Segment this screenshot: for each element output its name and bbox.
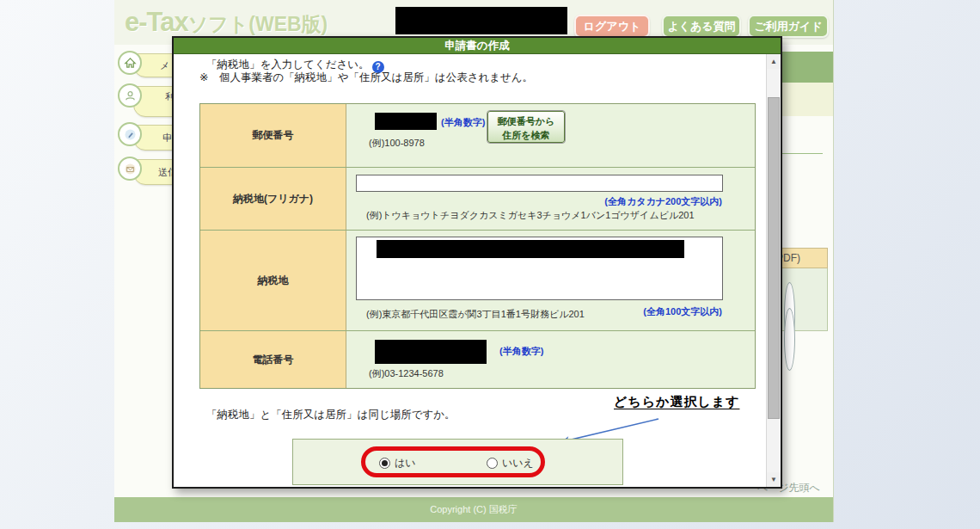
radio-button[interactable] (784, 308, 795, 371)
etax-logo-sub: ソフト(WEB版) (188, 13, 328, 35)
postal-code-cell: (半角数字) 郵便番号から住所を検索 (例)100-8978 (346, 104, 755, 167)
guide-button[interactable]: ご利用ガイド (748, 15, 829, 38)
redacted-tax-address (377, 240, 684, 258)
radio-yes[interactable]: はい (379, 456, 416, 471)
postal-code-row: 郵便番号 (半角数字) 郵便番号から住所を検索 (例)100-8978 (200, 104, 755, 168)
radio-yes-circle[interactable] (379, 458, 390, 469)
furigana-row: 納税地(フリガナ) (全角カタカナ200文字以内) (例)トウキョウトチヨダクカ… (200, 168, 755, 231)
redacted-postal-code (375, 113, 437, 130)
radio-no[interactable]: いいえ (487, 456, 534, 471)
user-icon (118, 83, 142, 108)
mail-icon (118, 157, 142, 181)
applicant-creation-dialog: 申請書の作成 「納税地」を入力してください。? ※ 個人事業者の「納税地」や「住… (172, 36, 782, 489)
phone-label: 電話番号 (200, 331, 346, 388)
tax-address-label: 納税地 (200, 231, 346, 330)
footer-copyright: Copyright (C) 国税庁 (114, 497, 833, 522)
furigana-format-hint: (全角カタカナ200文字以内) (604, 195, 722, 208)
redacted-username (395, 7, 567, 34)
postal-example: (例)100-8978 (369, 137, 425, 150)
postal-code-label: 郵便番号 (200, 104, 346, 167)
radio-no-label: いいえ (502, 456, 534, 471)
tax-address-row: 納税地 (全角100文字以内) (例)東京都千代田区霞が関3丁目1番1号財務ビル… (200, 231, 755, 331)
pencil-icon (118, 122, 142, 146)
home-icon (118, 51, 142, 75)
furigana-example: (例)トウキョウトチヨダクカスミガセキ3チョウメ1バン1ゴウザイムビル201 (366, 209, 695, 222)
logout-button[interactable]: ログアウト (574, 15, 650, 38)
furigana-input[interactable] (356, 175, 723, 192)
scroll-up-arrow-icon[interactable]: ▲ (767, 54, 781, 69)
faq-button[interactable]: よくある質問 (662, 15, 741, 38)
phone-example: (例)03-1234-5678 (369, 367, 444, 380)
tax-address-cell: (全角100文字以内) (例)東京都千代田区霞が関3丁目1番1号財務ビル201 (346, 231, 755, 330)
modal-scrollbar[interactable]: ▲ ▼ (766, 54, 781, 487)
zip-to-address-search-button[interactable]: 郵便番号から住所を検索 (487, 111, 565, 143)
same-place-question: 「納税地」と「住所又は居所」は同じ場所ですか。 (206, 408, 456, 422)
scrollbar-thumb[interactable] (768, 97, 780, 419)
address-example: (例)東京都千代田区霞が関3丁目1番1号財務ビル201 (366, 308, 585, 321)
redacted-phone-number (375, 340, 487, 364)
scroll-down-arrow-icon[interactable]: ▼ (767, 472, 781, 487)
etax-page: e-Taxソフト(WEB版) ログアウト よくある質問 ご利用ガイド メ 利用者… (0, 0, 980, 529)
address-format-hint: (全角100文字以内) (643, 305, 722, 318)
postal-format-hint: (半角数字) (441, 116, 485, 129)
etax-logo-main: e-Tax (125, 7, 188, 37)
dialog-title: 申請書の作成 (174, 38, 781, 54)
tax-address-form-table: 郵便番号 (半角数字) 郵便番号から住所を検索 (例)100-8978 納税地(… (199, 103, 756, 389)
phone-row: 電話番号 (半角数字) (例)03-1234-5678 (200, 331, 755, 388)
phone-cell: (半角数字) (例)03-1234-5678 (346, 331, 755, 388)
etax-logo: e-Taxソフト(WEB版) (125, 7, 328, 38)
radio-no-circle[interactable] (487, 458, 498, 469)
selection-annotation: どちらか選択します (614, 394, 739, 410)
radio-yes-label: はい (395, 456, 416, 471)
furigana-cell: (全角カタカナ200文字以内) (例)トウキョウトチヨダクカスミガセキ3チョウメ… (346, 168, 755, 230)
phone-format-hint: (半角数字) (499, 345, 543, 358)
furigana-label: 納税地(フリガナ) (200, 168, 346, 230)
intro-note: ※ 個人事業者の「納税地」や「住所又は居所」は公表されません。 (199, 71, 533, 85)
